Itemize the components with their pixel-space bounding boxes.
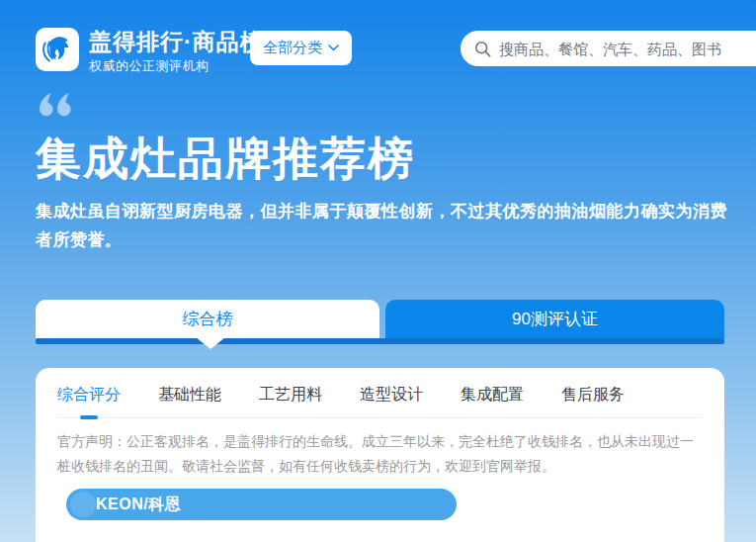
all-categories-button[interactable]: 全部分类	[250, 31, 352, 65]
brand-block: 盖得排行·商品榜 权威的公正测评机构	[89, 29, 264, 75]
subtab-after-sales-label: 售后服务	[561, 386, 625, 403]
active-tab-caret	[196, 337, 225, 349]
search-bar[interactable]	[461, 31, 756, 66]
quote-icon	[38, 92, 75, 124]
subtab-design[interactable]: 造型设计	[360, 385, 423, 406]
subtab-overall-score-label: 综合评分	[57, 386, 121, 403]
subtab-materials[interactable]: 工艺用料	[259, 385, 322, 406]
subtab-overall-score[interactable]: 综合评分	[57, 385, 121, 406]
page-description: 集成灶虽自诩新型厨房电器，但并非属于颠覆性创新，不过其优秀的抽油烟能力确实为消费…	[36, 197, 731, 254]
all-categories-label: 全部分类	[263, 39, 322, 57]
page: 盖得排行·商品榜 权威的公正测评机构 全部分类 集成灶品牌推荐榜 集成灶虽自诩新…	[0, 0, 756, 542]
tab-overall-ranking[interactable]: 综合榜	[36, 300, 379, 338]
criteria-tabs: 综合评分 基础性能 工艺用料 造型设计 集成配置 售后服务	[57, 368, 703, 418]
official-statement: 官方声明：公正客观排名，是盖得排行的生命线。成立三年以来，完全杜绝了收钱排名，也…	[57, 429, 703, 479]
subtab-after-sales[interactable]: 售后服务	[561, 385, 625, 406]
brand-title: 盖得排行·商品榜	[89, 29, 264, 54]
search-input[interactable]	[499, 41, 746, 57]
brand-subtitle: 权威的公正测评机构	[89, 57, 264, 75]
search-icon	[474, 41, 491, 57]
chevron-down-icon	[328, 45, 339, 51]
tabs-underline-strip	[36, 338, 724, 344]
subtab-integration[interactable]: 集成配置	[461, 385, 524, 406]
brand-item-label: KEON/科恩	[96, 495, 181, 515]
ranking-card: 综合评分 基础性能 工艺用料 造型设计 集成配置 售后服务 官方声明：公正客观排…	[36, 368, 724, 542]
subtab-materials-label: 工艺用料	[259, 386, 322, 403]
brand-item-keon[interactable]: KEON/科恩	[66, 489, 457, 520]
subtab-basic-performance[interactable]: 基础性能	[158, 385, 221, 406]
lion-icon	[40, 32, 75, 67]
subtab-integration-label: 集成配置	[461, 386, 524, 403]
tab-90-certification[interactable]: 90测评认证	[385, 300, 724, 338]
rank-badge-placeholder	[70, 492, 96, 517]
tab-overall-ranking-label: 综合榜	[183, 308, 233, 330]
app-logo[interactable]	[36, 28, 79, 71]
subtab-basic-performance-label: 基础性能	[158, 386, 221, 403]
page-title: 集成灶品牌推荐榜	[36, 129, 415, 190]
active-subtab-indicator	[80, 415, 98, 419]
subtab-design-label: 造型设计	[360, 386, 423, 403]
tab-90-certification-label: 90测评认证	[512, 308, 598, 330]
